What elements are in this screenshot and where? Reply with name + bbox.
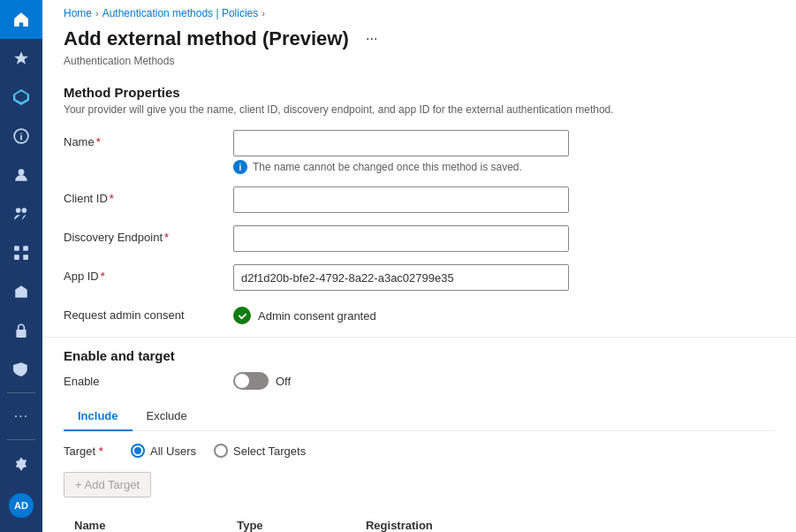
svg-rect-2 bbox=[23, 246, 28, 251]
enable-target-section: Enable and target Enable Off Include Exc… bbox=[42, 338, 796, 532]
include-exclude-tabs: Include Exclude bbox=[64, 402, 775, 431]
radio-select-targets-circle bbox=[214, 444, 228, 458]
discovery-endpoint-input-wrap bbox=[233, 225, 569, 252]
add-target-button[interactable]: + Add Target bbox=[64, 472, 151, 498]
breadcrumb: Home › Authentication methods | Policies… bbox=[42, 0, 796, 23]
name-info-text: The name cannot be changed once this met… bbox=[253, 161, 522, 173]
target-label: Target * bbox=[64, 445, 117, 458]
sidebar-item-apps[interactable] bbox=[0, 233, 42, 272]
more-options-button[interactable]: ··· bbox=[360, 27, 384, 51]
app-id-row: App ID* bbox=[64, 264, 775, 291]
admin-consent-text: Admin consent granted bbox=[258, 309, 376, 323]
svg-rect-4 bbox=[23, 255, 28, 260]
toggle-wrap: Off bbox=[233, 372, 291, 390]
name-label: Name* bbox=[64, 130, 223, 148]
tab-include[interactable]: Include bbox=[64, 402, 133, 431]
breadcrumb-sep-2: › bbox=[262, 8, 265, 19]
col-header-name: Name bbox=[64, 512, 226, 532]
sidebar-item-more[interactable]: ··· bbox=[0, 397, 42, 436]
sidebar-item-settings[interactable] bbox=[0, 444, 42, 483]
enable-target-title: Enable and target bbox=[64, 348, 775, 363]
sidebar-item-azure[interactable] bbox=[0, 78, 42, 117]
name-info-msg: i The name cannot be changed once this m… bbox=[233, 160, 569, 174]
radio-select-targets-label: Select Targets bbox=[233, 445, 306, 458]
toggle-state-label: Off bbox=[276, 375, 291, 388]
breadcrumb-section[interactable]: Authentication methods | Policies bbox=[102, 7, 259, 19]
sidebar-item-groups[interactable] bbox=[0, 194, 42, 233]
method-properties-title: Method Properties bbox=[64, 85, 775, 100]
app-id-input[interactable] bbox=[233, 264, 569, 291]
method-properties-desc: Your provider will give you the name, cl… bbox=[64, 103, 775, 116]
user-avatar[interactable]: AD bbox=[0, 486, 42, 525]
name-row: Name* i The name cannot be changed once … bbox=[64, 130, 775, 174]
name-input-wrap: i The name cannot be changed once this m… bbox=[233, 130, 569, 174]
app-id-label: App ID* bbox=[64, 264, 223, 283]
toggle-knob bbox=[235, 374, 249, 388]
targets-table: Name Type Registration All Users Group O… bbox=[64, 512, 775, 532]
sidebar: ··· AD bbox=[0, 0, 42, 532]
client-id-row: Client ID* bbox=[64, 186, 775, 213]
client-id-input[interactable] bbox=[233, 186, 569, 213]
radio-select-targets[interactable]: Select Targets bbox=[214, 444, 306, 458]
svg-rect-5 bbox=[16, 330, 26, 338]
target-row: Target * All Users Select Targets bbox=[64, 444, 775, 458]
tab-exclude[interactable]: Exclude bbox=[133, 402, 201, 431]
table-header-row: Name Type Registration bbox=[64, 512, 775, 532]
admin-consent-label: Request admin consent bbox=[64, 303, 223, 322]
svg-rect-3 bbox=[14, 255, 19, 260]
radio-all-users[interactable]: All Users bbox=[131, 444, 196, 458]
consent-check-icon bbox=[233, 307, 251, 324]
page-title: Add external method (Preview) bbox=[64, 27, 349, 50]
col-header-registration: Registration bbox=[355, 512, 663, 532]
breadcrumb-home[interactable]: Home bbox=[64, 7, 92, 19]
breadcrumb-sep-1: › bbox=[95, 8, 99, 19]
discovery-endpoint-input[interactable] bbox=[233, 225, 569, 252]
sidebar-item-info[interactable] bbox=[0, 117, 42, 156]
col-header-actions bbox=[663, 512, 775, 532]
page-subtitle: Authentication Methods bbox=[42, 55, 796, 78]
name-input[interactable] bbox=[233, 130, 569, 156]
radio-all-users-dot bbox=[134, 447, 141, 454]
admin-consent-status: Admin consent granted bbox=[233, 303, 376, 324]
target-radio-group: All Users Select Targets bbox=[131, 444, 306, 458]
main-content: Home › Authentication methods | Policies… bbox=[42, 0, 796, 532]
radio-all-users-label: All Users bbox=[150, 445, 196, 458]
sidebar-item-enterprise[interactable] bbox=[0, 272, 42, 311]
sidebar-item-lock[interactable] bbox=[0, 311, 42, 350]
sidebar-item-favorites[interactable] bbox=[0, 39, 42, 78]
radio-all-users-circle bbox=[131, 444, 145, 458]
info-icon: i bbox=[233, 160, 247, 174]
method-properties-section: Method Properties Your provider will giv… bbox=[42, 78, 796, 324]
page-header: Add external method (Preview) ··· bbox=[42, 23, 796, 55]
enable-label: Enable bbox=[64, 375, 223, 388]
enable-row: Enable Off bbox=[64, 372, 775, 390]
enable-toggle[interactable] bbox=[233, 372, 269, 390]
sidebar-item-users[interactable] bbox=[0, 156, 42, 194]
discovery-endpoint-row: Discovery Endpoint* bbox=[64, 225, 775, 252]
svg-rect-1 bbox=[14, 246, 19, 251]
sidebar-item-shield[interactable] bbox=[0, 350, 42, 389]
client-id-input-wrap bbox=[233, 186, 569, 213]
client-id-label: Client ID* bbox=[64, 186, 223, 205]
col-header-type: Type bbox=[226, 512, 355, 532]
admin-consent-row: Request admin consent Admin consent gran… bbox=[64, 303, 775, 324]
sidebar-item-home[interactable] bbox=[0, 0, 42, 39]
app-id-input-wrap bbox=[233, 264, 569, 291]
discovery-endpoint-label: Discovery Endpoint* bbox=[64, 225, 223, 244]
